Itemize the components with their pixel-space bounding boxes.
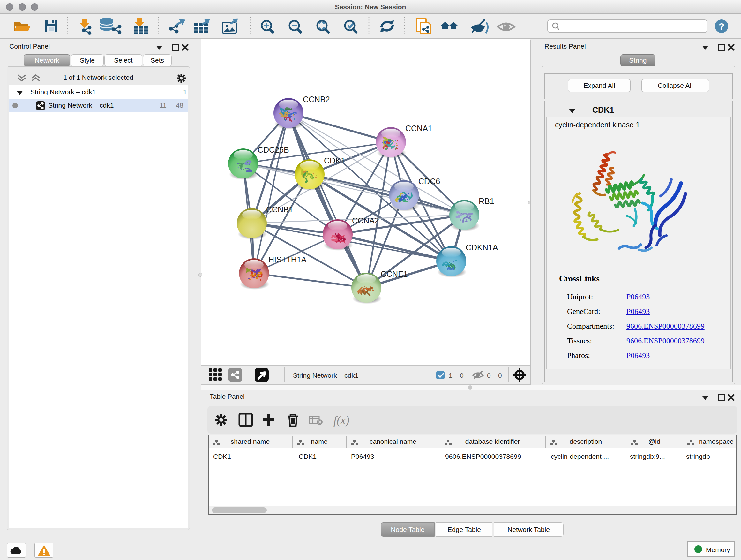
svg-text:CCNA2: CCNA2 [352,216,379,225]
svg-text:f(x): f(x) [333,414,349,427]
svg-text:CDK1: CDK1 [324,156,345,165]
svg-text:CCNA1: CCNA1 [405,124,432,133]
svg-text:CCNB2: CCNB2 [303,95,330,104]
svg-text:CCNB1: CCNB1 [266,205,293,214]
svg-text:0 – 0: 0 – 0 [487,372,502,379]
svg-text:String Network – cdk1: String Network – cdk1 [293,372,358,379]
svg-text:?: ? [719,21,724,32]
svg-text:CDC25B: CDC25B [258,145,289,154]
svg-text:CCNE1: CCNE1 [381,269,408,278]
svg-text:CDC6: CDC6 [418,177,440,186]
svg-text:CDKN1A: CDKN1A [466,243,498,252]
svg-text:1 – 0: 1 – 0 [449,372,464,379]
svg-text:HIST1H1A: HIST1H1A [268,255,307,264]
svg-text:RB1: RB1 [479,197,494,206]
